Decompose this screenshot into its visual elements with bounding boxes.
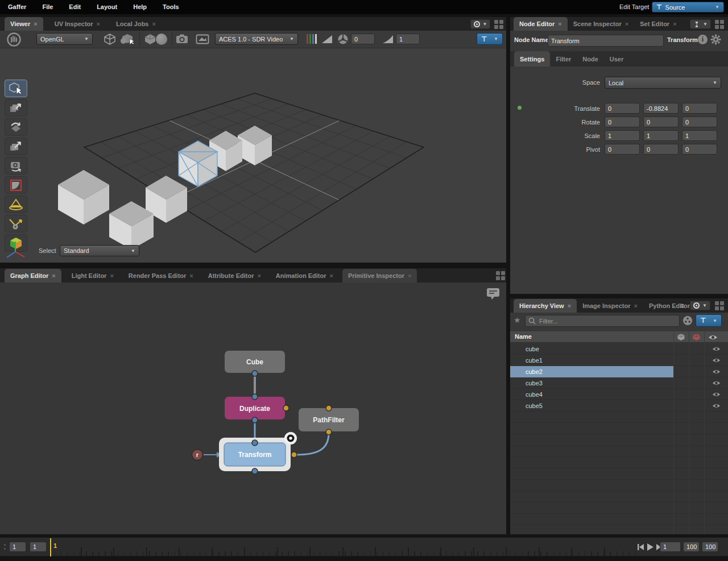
plug-in[interactable] [252, 394, 258, 400]
plug-in[interactable] [326, 405, 332, 411]
exclusions-cube-icon[interactable] [692, 333, 701, 341]
close-icon[interactable]: × [634, 302, 637, 309]
renderer-dropdown[interactable]: OpenGL▼ [36, 33, 93, 45]
shaded-sphere-icon[interactable] [156, 34, 167, 45]
exposure-field[interactable]: 0 [351, 34, 375, 44]
close-icon[interactable]: × [34, 20, 37, 27]
hierarchy-target-menu-button[interactable]: ▼ [690, 301, 710, 310]
select-mode-dropdown[interactable]: Standard▼ [60, 245, 139, 256]
eye-icon[interactable] [712, 358, 721, 363]
exposure-icon[interactable] [321, 34, 333, 44]
render-view-icon[interactable] [195, 33, 210, 45]
tab-filter[interactable]: Filter [550, 51, 577, 67]
gamma-field[interactable]: 1 [396, 34, 420, 44]
gamma-icon[interactable] [382, 34, 394, 44]
focus-ring-icon[interactable] [284, 432, 297, 444]
node-name-field[interactable]: Transform [548, 35, 664, 47]
table-row[interactable]: cube4 [510, 389, 728, 400]
tab-graph-editor[interactable]: Graph Editor× [5, 269, 61, 282]
plug-out[interactable] [252, 371, 258, 376]
tab-set-editor[interactable]: Set Editor× [634, 17, 682, 31]
pan-hand-icon[interactable] [7, 32, 21, 47]
translate-x-field[interactable]: 0 [605, 103, 640, 114]
menu-edit[interactable]: Edit [61, 0, 89, 14]
tool-translate[interactable] [5, 99, 27, 117]
timeline-current-field[interactable]: 1 [30, 542, 47, 552]
tool-rotate[interactable] [5, 118, 27, 136]
tab-settings[interactable]: Settings [514, 51, 550, 67]
pivot-y-field[interactable]: 0 [643, 144, 679, 155]
close-icon[interactable]: × [558, 20, 561, 27]
viewport-cube[interactable] [238, 126, 272, 165]
tool-scale[interactable] [5, 138, 27, 155]
playhead[interactable] [50, 538, 51, 556]
edge-pathfilter-transform[interactable] [297, 433, 329, 455]
plug-filter[interactable] [291, 452, 297, 458]
menu-help[interactable]: Help [125, 0, 155, 14]
tool-crop-window[interactable] [5, 176, 27, 194]
scale-z-field[interactable]: 1 [682, 130, 717, 141]
tool-select[interactable] [5, 80, 27, 97]
close-icon[interactable]: × [673, 20, 676, 27]
close-icon[interactable]: × [625, 20, 628, 27]
channel-bars-icon[interactable] [307, 34, 317, 44]
close-icon[interactable]: × [97, 20, 100, 27]
plug-filter[interactable] [283, 405, 289, 411]
plug-in[interactable] [252, 440, 258, 446]
menu-gaffer[interactable]: Gaffer [0, 0, 34, 14]
viewport-3d[interactable]: Select Standard▼ [0, 48, 506, 263]
tab-light-editor[interactable]: Light Editor× [66, 269, 119, 282]
rotate-x-field[interactable]: 0 [605, 117, 640, 127]
node-graph-canvas[interactable]: r Cube Duplicate P [0, 282, 506, 534]
node-cube[interactable]: Cube [225, 351, 285, 376]
pivot-x-field[interactable]: 0 [605, 144, 640, 155]
plug-out[interactable] [252, 468, 258, 474]
graph-editor-layout-icon[interactable] [496, 271, 505, 280]
close-icon[interactable]: × [52, 272, 55, 279]
set-membership-icon[interactable] [682, 315, 693, 326]
tab-image-inspector[interactable]: Image Inspector× [577, 299, 643, 313]
tab-render-pass-editor[interactable]: Render Pass Editor× [123, 269, 199, 282]
table-row[interactable]: cube3 [510, 377, 728, 389]
list-icon[interactable]: ≡ [680, 301, 684, 310]
eye-icon[interactable] [712, 403, 721, 409]
visibility-eye-icon[interactable] [708, 334, 718, 340]
node-duplicate[interactable]: Duplicate [225, 394, 289, 423]
scale-y-field[interactable]: 1 [643, 130, 679, 141]
aperture-icon[interactable] [337, 34, 349, 45]
space-dropdown[interactable]: Local▼ [605, 77, 721, 89]
tool-camera[interactable] [5, 157, 27, 174]
camera-icon[interactable] [175, 33, 189, 45]
close-icon[interactable]: × [257, 272, 260, 279]
play-button[interactable] [646, 543, 654, 551]
tab-node-editor[interactable]: Node Editor× [514, 17, 568, 31]
close-icon[interactable]: × [329, 272, 333, 279]
tool-light-through[interactable] [5, 215, 27, 232]
skip-start-button[interactable] [637, 543, 644, 551]
menu-file[interactable]: File [34, 0, 61, 14]
close-icon[interactable]: × [408, 272, 411, 279]
plug-out[interactable] [252, 417, 258, 423]
viewport-cube[interactable] [58, 170, 109, 225]
tab-uv-inspector[interactable]: UV Inspector× [49, 17, 106, 31]
timeline-ruler[interactable] [49, 539, 636, 556]
tab-viewer[interactable]: Viewer× [5, 17, 43, 31]
edit-target-dropdown[interactable]: ⊤Source ▼ [652, 2, 724, 13]
tab-primitive-inspector[interactable]: Primitive Inspector× [342, 269, 417, 282]
close-icon[interactable]: × [110, 272, 113, 279]
table-row[interactable]: cube [510, 343, 728, 355]
timeline-start-field[interactable]: 1 [9, 542, 26, 552]
gear-icon[interactable] [710, 34, 721, 45]
timeline-end-field[interactable]: 100 [683, 542, 700, 552]
rotate-z-field[interactable]: 0 [682, 117, 717, 127]
eye-icon[interactable] [712, 369, 721, 375]
close-icon[interactable]: × [189, 272, 193, 279]
eye-icon[interactable] [712, 392, 721, 397]
menu-layout[interactable]: Layout [89, 0, 125, 14]
rotate-y-field[interactable]: 0 [643, 117, 679, 127]
timeline-grip[interactable] [4, 544, 6, 550]
hierarchy-pin-button[interactable]: ⊤ ▼ [696, 314, 722, 327]
node-pathfilter[interactable]: PathFilter [299, 405, 359, 435]
tab-local-jobs[interactable]: Local Jobs× [110, 17, 162, 31]
tab-scene-inspector[interactable]: Scene Inspector× [568, 17, 634, 31]
